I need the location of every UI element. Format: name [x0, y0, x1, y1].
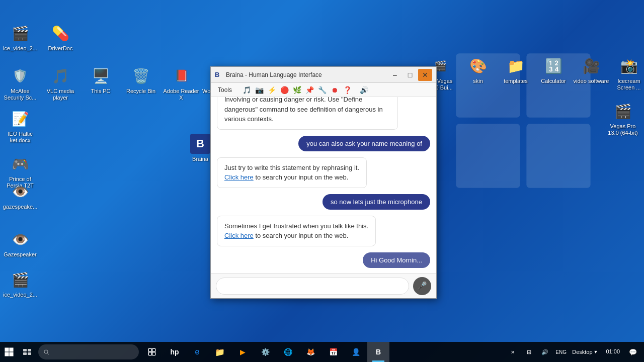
minimize-button[interactable]: –: [388, 69, 402, 81]
taskbar-apps: hp e 📁 ▶ ⚙️ 🌐 🦊 📅 👤 B: [141, 342, 389, 362]
taskbar-app-folder[interactable]: 📁: [209, 342, 231, 362]
svg-rect-15: [152, 348, 155, 351]
svg-rect-14: [148, 348, 151, 351]
desktop: 🎬 ice_video_2... 💊 DriverDoc 🛡️ McAfee S…: [0, 0, 644, 362]
svg-rect-8: [23, 349, 27, 351]
input-area: 🎤: [211, 273, 436, 298]
tray-expand[interactable]: »: [506, 343, 520, 361]
svg-rect-2: [456, 124, 520, 188]
bot-rephrase-suffix: to search your input on the web.: [254, 173, 349, 181]
toolbar-icon-tools[interactable]: 🔧: [316, 84, 328, 96]
toolbar-icon-record[interactable]: ⏺: [329, 84, 340, 96]
chat-input[interactable]: [216, 278, 409, 295]
microphone-button[interactable]: 🎤: [413, 277, 431, 295]
taskbar: hp e 📁 ▶ ⚙️ 🌐 🦊 📅 👤 B » ⊞ 🔊 ENG Desktop …: [0, 342, 644, 362]
taskbar-right: » ⊞ 🔊 ENG Desktop ▼ 01:00 💬: [506, 343, 644, 361]
desktop-icon-mcafee[interactable]: 🛡️ McAfee Security Sc...: [0, 63, 40, 104]
taskbar-app-media[interactable]: ▶: [231, 342, 254, 362]
multiwindow-icon: [148, 348, 156, 356]
system-clock[interactable]: 01:00: [602, 348, 624, 355]
svg-rect-17: [152, 352, 155, 355]
svg-rect-5: [9, 347, 13, 351]
message-microphone: so now lets just the microphone: [323, 194, 430, 210]
desktop-icon-calculator[interactable]: 🔢 Calculator: [533, 53, 574, 87]
taskbar-app-ie[interactable]: e: [186, 342, 208, 362]
taskbar-app-multiwindow[interactable]: [141, 342, 163, 362]
toolbar-icon-flash[interactable]: ⚡: [266, 84, 277, 96]
desktop-icon-recycle-bin[interactable]: 🗑️ Recycle Bin: [121, 63, 161, 98]
desktop-icon-icecream[interactable]: 📸 Icecream Screen ...: [609, 53, 644, 94]
tools-menu[interactable]: Tools: [215, 85, 235, 95]
task-view-button[interactable]: [18, 343, 36, 361]
svg-rect-7: [9, 352, 13, 356]
desktop-label-tray[interactable]: Desktop ▼: [572, 349, 598, 355]
maximize-button[interactable]: □: [403, 69, 417, 81]
microphone-icon: 🎤: [417, 281, 427, 291]
svg-point-12: [44, 350, 48, 353]
desktop-icon-ice-video-2[interactable]: 🎬 ice_video_2...: [0, 20, 40, 55]
click-here-link-2[interactable]: Click here: [224, 232, 254, 239]
taskbar-app-braina[interactable]: B: [367, 342, 389, 362]
svg-rect-3: [526, 124, 590, 188]
tray-volume[interactable]: 🔊: [538, 343, 552, 361]
bot-rephrase-text: Just try to write this statement by reph…: [224, 164, 359, 171]
start-button[interactable]: [0, 342, 18, 362]
toolbar-icon-help[interactable]: ❓: [342, 84, 353, 96]
taskbar-search[interactable]: [38, 344, 139, 359]
taskbar-app-chrome[interactable]: 🌐: [277, 342, 299, 362]
bot-frustrated-suffix: to search your input on the web.: [254, 232, 349, 239]
window-title: Braina - Human Language Interface: [226, 71, 388, 78]
desktop-icon-gazespeaker-2[interactable]: 👁️ gazespeake...: [0, 178, 40, 213]
desktop-icon-video-software[interactable]: 🎥 video software: [571, 53, 611, 87]
click-here-link-1[interactable]: Click here: [224, 173, 254, 181]
notification-button[interactable]: 💬: [626, 343, 640, 361]
window-menubar: Tools 🎵 📷 ⚡ 🔴 🌿 📌 🔧 ⏺ ❓ 🔊: [211, 83, 436, 97]
volume-icon[interactable]: 🔊: [358, 84, 369, 96]
window-controls: – □ ✕: [388, 69, 432, 81]
desktop-icon-gazespeaker[interactable]: 👁️ Gazespeaker: [0, 226, 40, 261]
toolbar-icons: 🎵 📷 ⚡ 🔴 🌿 📌 🔧 ⏺ ❓ 🔊: [241, 84, 369, 96]
message-bot-rephrase: Just try to write this statement by reph…: [217, 157, 367, 188]
desktop-icon-driver-doc[interactable]: 💊 DriverDoc: [40, 20, 80, 55]
taskbar-app-hp[interactable]: hp: [164, 342, 186, 362]
desktop-icon-this-pc[interactable]: 🖥️ This PC: [80, 63, 121, 98]
toolbar-icon-green[interactable]: 🌿: [291, 84, 302, 96]
taskbar-app-calendar[interactable]: 📅: [322, 342, 344, 362]
taskbar-app-user[interactable]: 👤: [345, 342, 367, 362]
svg-line-13: [47, 353, 49, 354]
bot-frustrated-text: Sometimes I get frustrated when you talk…: [224, 222, 368, 230]
desktop-icon-adobe[interactable]: 📕 Adobe Reader X: [161, 63, 201, 104]
task-view-icon: [23, 349, 31, 355]
taskbar-app-firefox[interactable]: 🦊: [299, 342, 321, 362]
toolbar-icon-music[interactable]: 🎵: [241, 84, 252, 96]
message-bot-frustrated: Sometimes I get frustrated when you talk…: [217, 216, 376, 246]
desktop-icon-vegas-pro[interactable]: 🎬 Vegas Pro 13.0 (64-bit): [603, 98, 643, 139]
toolbar-icon-camera[interactable]: 📷: [254, 84, 265, 96]
svg-rect-10: [23, 352, 27, 355]
toolbar-icon-red[interactable]: 🔴: [279, 84, 290, 96]
chat-area[interactable]: dangerous Involving or causing danger or…: [211, 97, 436, 273]
windows-start-icon: [5, 347, 14, 356]
chat-wrapper: dangerous Involving or causing danger or…: [211, 97, 436, 273]
svg-rect-4: [5, 347, 9, 351]
desktop-icon-ieo-haltic[interactable]: 📝 IEO Haltic ket.docx: [0, 106, 40, 147]
search-icon: [43, 349, 49, 355]
braina-window: B Braina - Human Language Interface – □ …: [210, 66, 437, 299]
desktop-icon-skin[interactable]: 🎨 skin: [458, 53, 498, 87]
toolbar-icon-pin[interactable]: 📌: [304, 84, 315, 96]
desktop-icon-ice-video-3[interactable]: 🎬 ice_video_2...: [0, 266, 40, 301]
desktop-icon-templates[interactable]: 📁 templates: [496, 53, 536, 87]
message-partial: Hi Good Mornin...: [363, 252, 430, 268]
svg-rect-9: [28, 349, 31, 351]
close-button[interactable]: ✕: [418, 69, 432, 81]
message-bot-dangerous: Involving or causing danger or risk. Use…: [217, 97, 398, 130]
taskbar-app-settings[interactable]: ⚙️: [254, 342, 276, 362]
tray-lang[interactable]: ENG: [554, 343, 568, 361]
tray-network[interactable]: ⊞: [522, 343, 536, 361]
svg-rect-11: [28, 352, 31, 355]
desktop-icon-vlc[interactable]: 🎵 VLC media player: [40, 63, 80, 104]
svg-rect-6: [5, 352, 9, 356]
message-name-meaning: you can also ask your name meaning of: [298, 136, 430, 151]
window-app-icon: B: [215, 71, 223, 79]
window-titlebar[interactable]: B Braina - Human Language Interface – □ …: [211, 67, 436, 83]
